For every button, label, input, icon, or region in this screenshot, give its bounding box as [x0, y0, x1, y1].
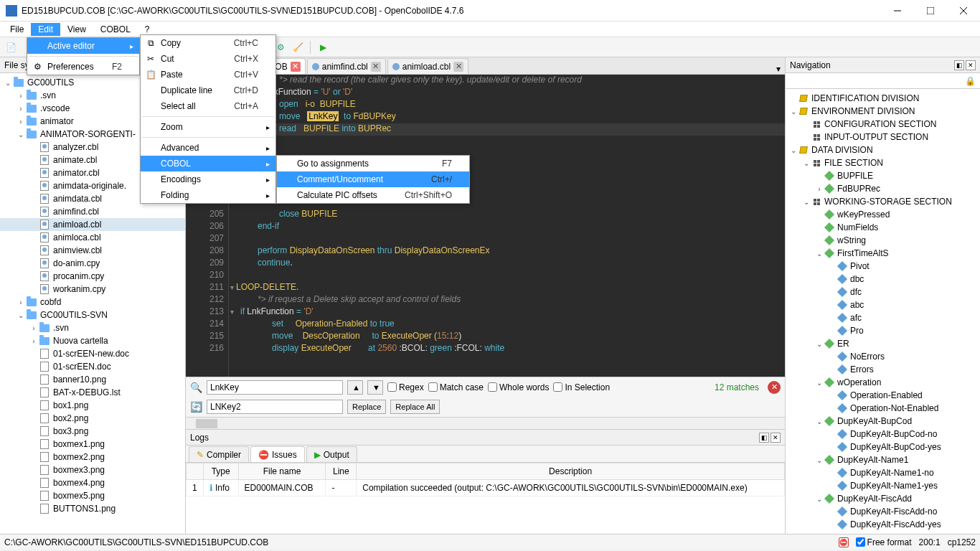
nav-item[interactable]: DupKeyAlt-BupCod-yes [786, 441, 980, 453]
free-format-checkbox[interactable] [856, 537, 865, 547]
tree-item[interactable]: animload.cbl [0, 218, 185, 231]
menuitem-comment[interactable]: Comment/UncommentCtrl+/ [277, 171, 469, 187]
nav-item[interactable]: INPUT-OUTPUT SECTION [786, 131, 980, 143]
nav-item[interactable]: ›FdBUPRec [786, 182, 980, 195]
menuitem-paste[interactable]: 📋PasteCtrl+V [141, 67, 275, 83]
nav-item[interactable]: DupKeyAlt-BupCod-no [786, 428, 980, 441]
wholewords-checkbox[interactable] [488, 382, 497, 392]
nav-item[interactable]: NumFields [786, 221, 980, 234]
editor-tab[interactable]: animload.cbl✕ [387, 58, 468, 74]
search-input[interactable] [207, 380, 343, 395]
tree-item[interactable]: animview.cbl [0, 244, 185, 257]
nav-item[interactable]: ⌄wOperation [786, 376, 980, 389]
minimize-button[interactable] [881, 0, 914, 22]
editor-tab[interactable]: animfind.cbl✕ [307, 58, 386, 74]
tree-item[interactable]: procanim.cpy [0, 270, 185, 283]
menuitem-copy[interactable]: ⧉CopyCtrl+C [141, 35, 275, 51]
close-search-button[interactable]: ✕ [768, 381, 781, 394]
menuitem-preferences[interactable]: ⚙PreferencesF2 [27, 59, 139, 75]
nav-item[interactable]: ⌄ENVIRONMENT DIVISION [786, 105, 980, 118]
clean-button[interactable]: 🧹 [290, 39, 306, 55]
menu-view[interactable]: View [60, 23, 93, 36]
logs-close-button[interactable]: ✕ [771, 433, 781, 443]
nav-item[interactable]: ⌄WORKING-STORAGE SECTION [786, 195, 980, 208]
replace-input[interactable] [207, 400, 343, 414]
close-tab-button[interactable]: ✕ [291, 62, 301, 72]
run-button[interactable]: ▶ [315, 39, 331, 55]
nav-close-button[interactable]: ✕ [966, 60, 976, 70]
tree-item[interactable]: BAT-x-DEBUG.lst [0, 386, 185, 399]
nav-item[interactable]: Errors [786, 363, 980, 376]
nav-item[interactable]: dbc [786, 273, 980, 286]
tree-item[interactable]: BUTTONS1.png [0, 502, 185, 515]
nav-item[interactable]: ⌄ER [786, 337, 980, 350]
tree-item[interactable]: 01-scrEEN-new.doc [0, 347, 185, 360]
menuitem-zoom[interactable]: Zoom▸ [141, 119, 275, 135]
matchcase-checkbox[interactable] [428, 382, 438, 392]
tree-item[interactable]: box1.png [0, 399, 185, 412]
nav-item[interactable]: DupKeyAlt-FiscAdd-yes [786, 518, 980, 531]
tree-item[interactable]: boxmex1.png [0, 438, 185, 451]
nav-item[interactable]: afc [786, 311, 980, 324]
menu-file[interactable]: File [3, 23, 31, 36]
regex-checkbox[interactable] [387, 382, 397, 392]
logs-undock-button[interactable]: ◧ [759, 433, 769, 443]
tree-item[interactable]: do-anim.cpy [0, 257, 185, 270]
logtab-output[interactable]: ▶Output [306, 446, 357, 462]
tree-item[interactable]: box3.png [0, 425, 185, 438]
tree-item[interactable]: workanim.cpy [0, 283, 185, 296]
nav-item[interactable]: CONFIGURATION SECTION [786, 118, 980, 131]
nav-item[interactable]: ⌄FILE SECTION [786, 156, 980, 169]
menuitem-advanced[interactable]: Advanced▸ [141, 140, 275, 156]
tree-item[interactable]: ›Nuova cartella [0, 334, 185, 347]
menuitem-duplicate[interactable]: Duplicate lineCtrl+D [141, 83, 275, 98]
tree-item[interactable]: banner10.png [0, 373, 185, 386]
nav-item[interactable]: IDENTIFICATION DIVISION [786, 92, 980, 105]
tabs-menu-icon[interactable]: ▾ [776, 64, 781, 74]
close-tab-button[interactable]: ✕ [453, 62, 463, 72]
nav-undock-button[interactable]: ◧ [954, 60, 964, 70]
menuitem-encodings[interactable]: Encodings▸ [141, 171, 275, 187]
nav-item[interactable]: ⌄FirstTimeAltS [786, 247, 980, 260]
nav-item[interactable]: Operation-Enabled [786, 389, 980, 402]
nav-item[interactable]: ⌄DupKeyAlt-BupCod [786, 415, 980, 428]
tree-item[interactable]: animfind.cbl [0, 205, 185, 218]
close-tab-button[interactable]: ✕ [371, 62, 381, 72]
nav-item[interactable]: DupKeyAlt-Name1-yes [786, 479, 980, 492]
navigation-tree[interactable]: IDENTIFICATION DIVISION⌄ENVIRONMENT DIVI… [786, 89, 980, 534]
nav-item[interactable]: Pivot [786, 260, 980, 273]
issue-row[interactable]: 1 ℹ Info ED000MAIN.COB - Compilation suc… [187, 480, 785, 496]
menuitem-goto-assignments[interactable]: Go to assignmentsF7 [277, 156, 469, 171]
nav-item[interactable]: ⌄DATA DIVISION [786, 143, 980, 156]
search-next-button[interactable]: ▼ [367, 380, 383, 395]
nav-item[interactable]: BUPFILE [786, 169, 980, 182]
tree-item[interactable]: box2.png [0, 412, 185, 425]
tree-item[interactable]: boxmex3.png [0, 463, 185, 476]
tree-item[interactable]: ›.svn [0, 321, 185, 334]
nav-item[interactable]: wKeyPressed [786, 208, 980, 221]
menuitem-folding[interactable]: Folding▸ [141, 187, 275, 203]
menuitem-select-all[interactable]: Select allCtrl+A [141, 98, 275, 114]
tree-item[interactable]: animloca.cbl [0, 231, 185, 244]
tree-item[interactable]: boxmex2.png [0, 451, 185, 463]
nav-item[interactable]: DupKeyAlt-FiscAdd-no [786, 505, 980, 518]
tree-item[interactable]: 01-scrEEN.doc [0, 360, 185, 373]
close-button[interactable] [947, 0, 980, 22]
replace-button[interactable]: Replace [347, 400, 386, 414]
new-file-button[interactable]: 📄 [3, 39, 19, 55]
menu-cobol[interactable]: COBOL [93, 23, 138, 36]
nav-item[interactable]: ⌄DupKeyAlt-FiscAdd [786, 492, 980, 505]
maximize-button[interactable] [914, 0, 947, 22]
nav-item[interactable]: ⌄DupKeyAlt-Name1 [786, 453, 980, 466]
nav-item[interactable]: NoErrors [786, 350, 980, 363]
tree-item[interactable]: boxmex4.png [0, 476, 185, 489]
nav-item[interactable]: dfc [786, 286, 980, 298]
menuitem-pic-offsets[interactable]: Calculate PIC offsetsCtrl+Shift+O [277, 187, 469, 203]
nav-item[interactable]: abc [786, 298, 980, 311]
logtab-issues[interactable]: ⛔Issues [250, 446, 305, 462]
nav-item[interactable]: Pro [786, 324, 980, 337]
horizontal-scrollbar[interactable] [186, 417, 785, 429]
replace-all-button[interactable]: Replace All [390, 400, 440, 414]
tree-item[interactable]: ›cobfd [0, 296, 185, 309]
nav-item[interactable]: Operation-Not-Enabled [786, 402, 980, 415]
